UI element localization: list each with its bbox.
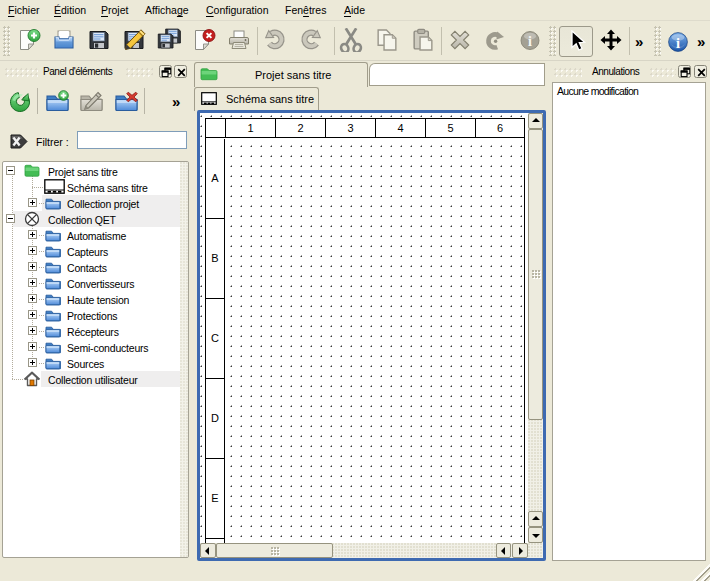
svg-text:i: i: [528, 34, 532, 49]
svg-text:i: i: [676, 35, 680, 51]
